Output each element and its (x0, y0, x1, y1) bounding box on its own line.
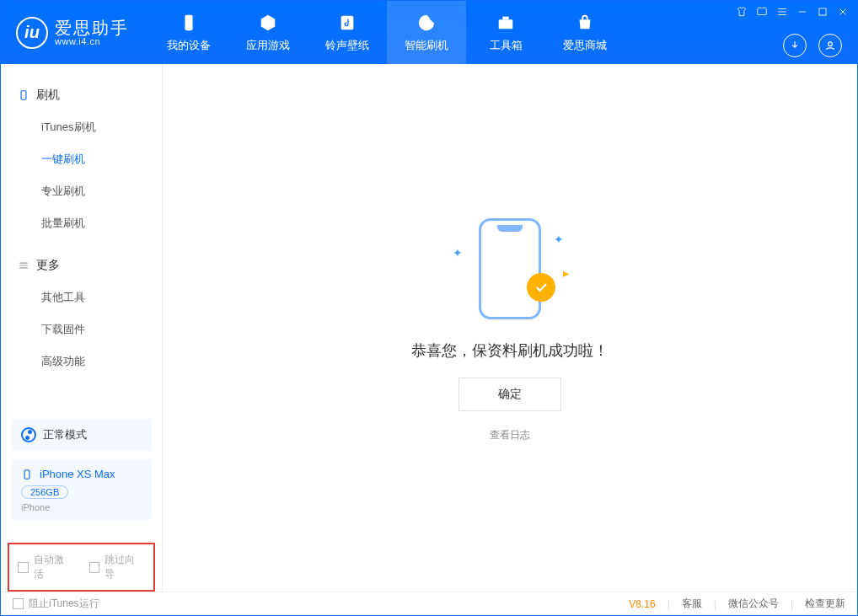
checkbox-block-itunes[interactable]: 阻止iTunes运行 (13, 597, 99, 611)
app-url: www.i4.cn (55, 36, 129, 46)
checkbox-label: 阻止iTunes运行 (29, 597, 99, 611)
header: iu 爱思助手 www.i4.cn 我的设备 应用游戏 铃声壁纸 智能刷机 工具… (1, 1, 857, 64)
mode-label: 正常模式 (43, 427, 87, 442)
checkbox-icon (18, 562, 29, 573)
separator: | (791, 598, 793, 610)
sidebar-item-firmware[interactable]: 下载固件 (1, 313, 162, 345)
logo[interactable]: iu 爱思助手 www.i4.cn (1, 17, 142, 49)
sparkle-icon: ✦ (554, 233, 564, 246)
update-link[interactable]: 检查更新 (805, 597, 845, 611)
list-icon (18, 260, 29, 271)
download-circle-icon[interactable] (783, 34, 807, 57)
tab-label: 智能刷机 (405, 38, 448, 53)
tab-label: 工具箱 (490, 38, 523, 53)
logo-icon: iu (16, 17, 48, 49)
tab-apps[interactable]: 应用游戏 (228, 1, 308, 64)
bag-icon (575, 13, 595, 33)
tab-ringtone[interactable]: 铃声壁纸 (308, 1, 387, 64)
feedback-icon[interactable] (756, 6, 768, 21)
svg-rect-7 (21, 91, 26, 100)
sidebar-item-batch[interactable]: 批量刷机 (1, 207, 162, 239)
sidebar-head-more[interactable]: 更多 (1, 249, 162, 281)
sidebar-head-flash[interactable]: 刷机 (1, 79, 162, 111)
svg-point-6 (829, 42, 833, 46)
svg-rect-2 (499, 19, 513, 29)
menu-icon[interactable] (776, 6, 788, 21)
success-message: 恭喜您，保资料刷机成功啦！ (411, 340, 609, 361)
cube-icon (258, 13, 278, 33)
checkbox-auto-activate[interactable]: 自动激活 (18, 553, 74, 581)
tab-device[interactable]: 我的设备 (149, 1, 228, 64)
separator: | (714, 598, 716, 610)
device-name: iPhone XS Max (40, 468, 115, 480)
sidebar-item-onekey[interactable]: 一键刷机 (1, 143, 162, 175)
close-icon[interactable] (837, 6, 849, 21)
tab-toolbox[interactable]: 工具箱 (466, 1, 545, 64)
tab-label: 我的设备 (167, 38, 211, 53)
tab-label: 铃声壁纸 (325, 38, 369, 53)
success-illustration: ✦ ✦ ▸ (451, 214, 569, 324)
ok-button[interactable]: 确定 (458, 378, 561, 411)
device-capacity: 256GB (21, 485, 68, 499)
checkbox-label: 跳过向导 (105, 553, 145, 581)
svg-rect-4 (758, 8, 767, 14)
svg-rect-1 (341, 15, 354, 29)
tab-label: 爱思商城 (563, 38, 607, 53)
tab-store[interactable]: 爱思商城 (545, 1, 625, 64)
separator: | (668, 598, 670, 610)
sidebar: 刷机 iTunes刷机 一键刷机 专业刷机 批量刷机 更多 其他工具 下载固件 … (1, 64, 163, 592)
mode-card[interactable]: 正常模式 (11, 419, 152, 451)
view-log-link[interactable]: 查看日志 (490, 428, 530, 442)
phone-outline-icon (18, 89, 29, 101)
version-label: V8.16 (629, 598, 655, 610)
flash-options-box: 自动激活 跳过向导 (8, 543, 155, 592)
support-link[interactable]: 客服 (682, 597, 702, 611)
phone-illustration-icon (479, 218, 541, 319)
titlebar-controls (736, 6, 849, 21)
checkbox-icon (89, 562, 100, 573)
phone-icon (179, 13, 199, 33)
refresh-icon (416, 13, 437, 33)
body: 刷机 iTunes刷机 一键刷机 专业刷机 批量刷机 更多 其他工具 下载固件 … (1, 64, 857, 592)
user-circle-icon[interactable] (818, 34, 842, 57)
device-card[interactable]: iPhone XS Max 256GB iPhone (11, 459, 152, 521)
tshirt-icon[interactable] (736, 6, 748, 21)
phone-small-icon (21, 469, 33, 480)
svg-rect-8 (24, 469, 29, 479)
svg-rect-0 (185, 14, 192, 29)
check-badge-icon (527, 273, 555, 302)
checkbox-skip-guide[interactable]: 跳过向导 (89, 553, 146, 581)
wechat-link[interactable]: 微信公众号 (728, 597, 779, 611)
footer: 阻止iTunes运行 V8.16 | 客服 | 微信公众号 | 检查更新 (1, 592, 857, 615)
mode-icon (21, 427, 36, 442)
checkbox-icon (13, 598, 24, 609)
svg-rect-3 (502, 16, 508, 19)
sparkle-icon: ✦ (453, 246, 463, 260)
music-icon (337, 13, 357, 33)
sidebar-head-label: 刷机 (36, 88, 60, 103)
main-tabs: 我的设备 应用游戏 铃声壁纸 智能刷机 工具箱 爱思商城 (149, 1, 625, 64)
sidebar-head-label: 更多 (36, 258, 60, 273)
maximize-icon[interactable] (817, 6, 829, 21)
sidebar-item-itunes[interactable]: iTunes刷机 (1, 111, 162, 143)
sidebar-item-other[interactable]: 其他工具 (1, 281, 162, 313)
sidebar-item-pro[interactable]: 专业刷机 (1, 175, 162, 207)
triangle-icon: ▸ (563, 266, 569, 280)
minimize-icon[interactable] (796, 6, 808, 21)
toolbox-icon (496, 13, 516, 33)
checkbox-label: 自动激活 (34, 553, 74, 581)
tab-flash[interactable]: 智能刷机 (387, 1, 466, 64)
app-name: 爱思助手 (55, 19, 129, 36)
svg-rect-5 (819, 8, 826, 15)
device-type: iPhone (21, 502, 142, 512)
header-action-circles (783, 34, 842, 57)
main-content: ✦ ✦ ▸ 恭喜您，保资料刷机成功啦！ 确定 查看日志 (163, 64, 857, 592)
sidebar-item-advanced[interactable]: 高级功能 (1, 345, 162, 378)
tab-label: 应用游戏 (246, 38, 290, 53)
